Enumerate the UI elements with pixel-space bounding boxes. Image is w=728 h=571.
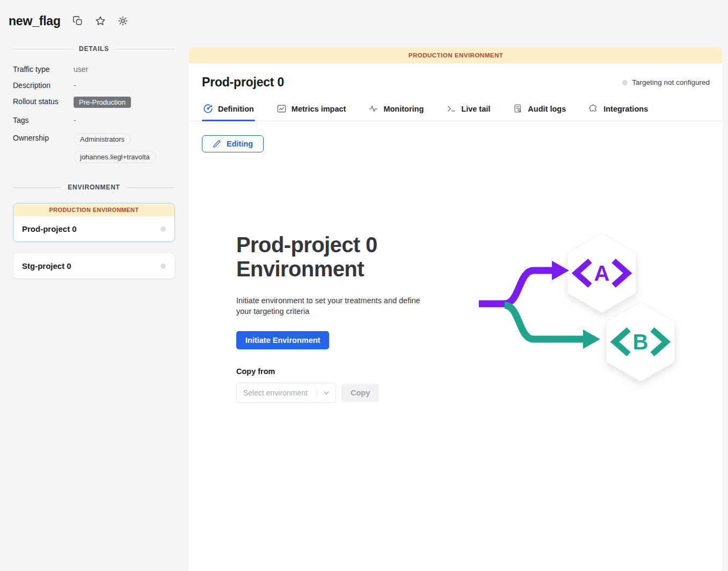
flag-name-title: new_flag [9,14,61,28]
ownership-pills: Administrators johannes.liegl+travolta [74,133,156,163]
env-status-dot [161,226,166,232]
targeting-status-label: Targeting not configured [632,78,710,86]
panel-header: Prod-project 0 Targeting not configured [189,63,723,99]
detail-label: Traffic type [13,64,74,74]
initiate-environment-button[interactable]: Initiate Environment [236,331,329,349]
divider [13,187,61,188]
app-root: new_flag [0,0,728,571]
hero-text-column: Prod-project 0 Environment Initiate envi… [236,233,467,403]
detail-row-traffic-type: Traffic type user [13,64,175,76]
detail-label: Tags [13,115,74,125]
detail-row-rollout-status: Rollout status Pre-Production [13,97,175,108]
env-card-production-banner: PRODUCTION ENVIRONMENT [13,203,174,216]
env-card-stg[interactable]: Stg-project 0 [13,253,175,279]
detail-row-tags: Tags - [13,115,175,127]
tab-definition[interactable]: Definition [202,99,255,121]
environment-section-header: ENVIRONMENT [13,184,175,191]
detail-value: user [74,64,88,74]
select-environment-dropdown[interactable]: Select environment [236,383,336,403]
definition-icon [203,104,213,114]
status-dot [622,80,628,85]
star-icon[interactable] [95,16,106,26]
hero-title: Prod-project 0 Environment [236,233,419,281]
tab-audit-logs[interactable]: Audit logs [512,99,567,121]
copy-from-row: Select environment Copy [236,383,467,403]
divider [13,49,72,49]
environment-heading: ENVIRONMENT [68,184,120,191]
editing-button[interactable]: Editing [202,135,264,152]
livetail-icon [446,104,456,114]
detail-label: Rollout status [13,97,74,106]
detail-label: Ownership [13,133,74,142]
tab-monitoring[interactable]: Monitoring [367,99,425,121]
env-status-dot [161,263,166,269]
ab-split-illustration: A B [478,231,682,394]
copy-icon[interactable] [72,16,83,26]
ownership-pill[interactable]: johannes.liegl+travolta [74,151,156,163]
targeting-status: Targeting not configured [622,78,710,86]
tab-label: Audit logs [528,105,566,113]
detail-row-description: Description - [13,80,175,92]
teal-arrowhead [583,330,600,349]
editing-button-label: Editing [227,140,253,148]
environment-section: ENVIRONMENT PRODUCTION ENVIRONMENT Prod-… [13,184,175,279]
tab-label: Metrics impact [292,105,346,113]
divider [115,49,175,49]
rollout-status-badge: Pre-Production [74,97,131,108]
copy-button[interactable]: Copy [341,384,379,402]
svg-text:B: B [633,330,649,354]
sidebar: DETAILS Traffic type user Description - … [0,38,189,571]
svg-text:A: A [594,261,610,285]
env-card-prod[interactable]: PRODUCTION ENVIRONMENT Prod-project 0 [13,203,175,242]
monitoring-icon [368,104,378,114]
select-environment-placeholder: Select environment [243,389,312,397]
pencil-icon [213,140,221,148]
main-panel: PRODUCTION ENVIRONMENT Prod-project 0 Ta… [189,47,723,571]
tab-label: Integrations [603,105,648,113]
details-section-header: DETAILS [13,45,175,53]
ownership-pill[interactable]: Administrators [74,133,131,145]
tab-live-tail[interactable]: Live tail [445,99,491,121]
audit-icon [513,104,523,114]
tab-label: Definition [218,105,254,113]
gear-icon[interactable] [118,16,128,26]
integrations-icon [588,104,599,114]
divider [127,187,175,188]
tab-bar: Definition Metrics impact [189,99,723,121]
copy-from-label: Copy from [236,367,467,376]
top-header: new_flag [0,0,728,38]
body-row: DETAILS Traffic type user Description - … [0,38,728,571]
metrics-icon [276,104,287,114]
header-actions [72,16,128,26]
production-environment-banner: PRODUCTION ENVIRONMENT [189,47,723,63]
editing-row: Editing [189,121,723,152]
detail-value: - [74,80,76,90]
detail-row-ownership: Ownership Administrators johannes.liegl+… [13,133,175,163]
tab-metrics-impact[interactable]: Metrics impact [275,99,347,121]
detail-value: - [74,115,76,125]
hero-subtitle: Initiate environment to set your treatme… [236,296,434,316]
tab-integrations[interactable]: Integrations [587,99,649,121]
chevron-down-icon [317,389,331,397]
env-card-name: Stg-project 0 [22,261,71,270]
details-heading: DETAILS [79,45,109,53]
initiate-environment-hero: Prod-project 0 Environment Initiate envi… [189,233,723,403]
tab-label: Live tail [461,105,490,113]
purple-arrowhead [552,261,569,280]
env-card-name: Prod-project 0 [22,224,77,233]
detail-label: Description [13,80,74,90]
environment-title: Prod-project 0 [202,75,284,90]
tab-label: Monitoring [383,105,424,113]
